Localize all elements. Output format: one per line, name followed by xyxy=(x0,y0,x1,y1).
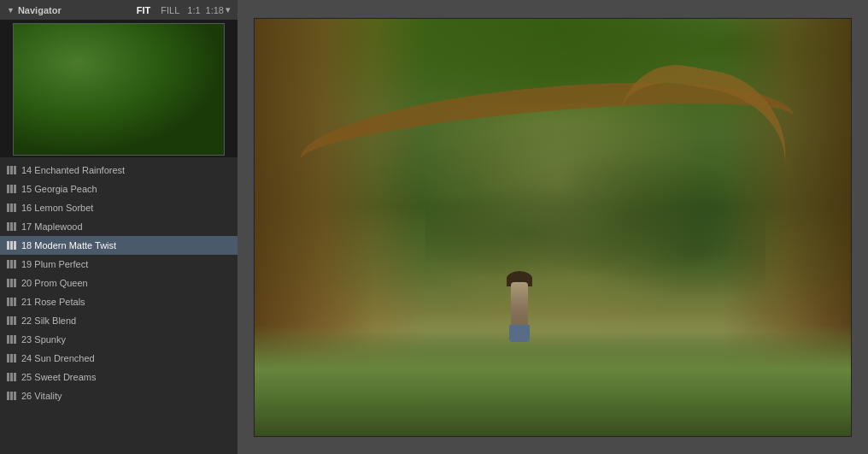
preset-item[interactable]: 17 Maplewood xyxy=(0,217,238,236)
preset-grid-icon xyxy=(7,335,16,344)
nav-controls: FIT FILL 1:1 1:18 ▾ xyxy=(134,4,231,16)
preset-item[interactable]: 25 Sweet Dreams xyxy=(0,368,238,386)
thumb-bg xyxy=(14,24,224,155)
preset-name: 23 Spunky xyxy=(21,334,66,345)
preset-item[interactable]: 23 Spunky xyxy=(0,330,238,349)
zoom-selector[interactable]: 1:18 ▾ xyxy=(206,4,231,15)
preset-name: 24 Sun Drenched xyxy=(21,353,95,363)
preset-item[interactable]: 20 Prom Queen xyxy=(0,274,238,292)
preset-name: 19 Plum Perfect xyxy=(21,259,88,269)
preset-grid-icon xyxy=(7,185,16,193)
preset-item[interactable]: 14 Enchanted Rainforest xyxy=(0,161,238,180)
main-photo xyxy=(254,18,852,437)
preset-grid-icon xyxy=(7,354,16,363)
preset-grid-icon xyxy=(7,392,16,400)
preset-item[interactable]: 24 Sun Drenched xyxy=(0,349,238,368)
zoom-value: 1:18 xyxy=(206,5,224,15)
preset-item[interactable]: 16 Lemon Sorbet xyxy=(0,198,238,217)
preset-name: 26 Vitality xyxy=(21,391,62,401)
preset-item[interactable]: 26 Vitality xyxy=(0,386,238,405)
preset-name: 17 Maplewood xyxy=(21,221,83,232)
preset-grid-icon xyxy=(7,166,16,174)
preset-grid-icon xyxy=(7,298,16,306)
preset-grid-icon xyxy=(7,279,16,287)
preset-name: 22 Silk Blend xyxy=(21,315,76,326)
preset-item[interactable]: 21 Rose Petals xyxy=(0,292,238,311)
preset-name: 14 Enchanted Rainforest xyxy=(21,165,125,175)
preset-grid-icon xyxy=(7,373,16,381)
preset-grid-icon xyxy=(7,203,16,212)
preset-grid-icon xyxy=(7,260,16,268)
navigator-collapse-icon[interactable]: ▼ xyxy=(7,6,15,15)
preset-name: 18 Modern Matte Twist xyxy=(21,240,116,251)
thumb-image xyxy=(13,23,225,156)
left-panel: ▼ Navigator FIT FILL 1:1 1:18 ▾ 14 Encha… xyxy=(0,0,238,454)
preset-name: 21 Rose Petals xyxy=(21,297,85,307)
preset-item[interactable]: 18 Modern Matte Twist xyxy=(0,236,238,255)
preset-grid-icon xyxy=(7,222,16,231)
preset-grid-icon xyxy=(7,316,16,325)
preset-item[interactable]: 15 Georgia Peach xyxy=(0,180,238,198)
fill-button[interactable]: FILL xyxy=(158,4,182,16)
preset-name: 20 Prom Queen xyxy=(21,278,88,288)
navigator-label: Navigator xyxy=(18,5,62,15)
preset-name: 15 Georgia Peach xyxy=(21,184,97,194)
photo-color-grade xyxy=(255,19,851,436)
fit-button[interactable]: FIT xyxy=(134,4,154,16)
zoom-arrow-icon: ▾ xyxy=(226,4,231,15)
navigator-title: ▼ Navigator xyxy=(7,5,62,15)
presets-list[interactable]: 14 Enchanted Rainforest15 Georgia Peach1… xyxy=(0,157,238,454)
preset-item[interactable]: 19 Plum Perfect xyxy=(0,255,238,274)
preset-grid-icon xyxy=(7,241,16,250)
navigator-header: ▼ Navigator FIT FILL 1:1 1:18 ▾ xyxy=(0,0,238,21)
preset-name: 16 Lemon Sorbet xyxy=(21,203,93,213)
ratio-1-1[interactable]: 1:1 xyxy=(187,5,200,15)
preset-item[interactable]: 22 Silk Blend xyxy=(0,311,238,330)
navigator-thumbnail[interactable] xyxy=(0,21,238,157)
main-area xyxy=(238,0,868,454)
preset-name: 25 Sweet Dreams xyxy=(21,372,96,382)
